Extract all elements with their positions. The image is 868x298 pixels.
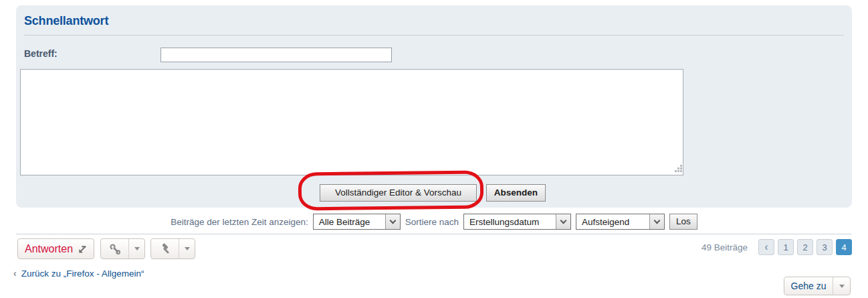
- pagination: ‹ 1 2 3 4: [758, 239, 852, 255]
- full-editor-preview-button[interactable]: Vollständiger Editor & Vorschau: [320, 184, 477, 202]
- subject-label: Betreff:: [24, 48, 58, 59]
- panel-title: Schnellantwort: [24, 14, 108, 28]
- caret-down-icon[interactable]: [128, 239, 144, 258]
- reply-arrow-icon: [77, 244, 87, 254]
- chevron-down-icon: [385, 214, 400, 229]
- caret-down-icon[interactable]: [179, 239, 195, 258]
- post-count-pagination: 49 Beiträge ‹ 1 2 3 4: [701, 238, 852, 256]
- goto-button[interactable]: Gehe zu: [784, 277, 851, 295]
- quick-reply-panel: Schnellantwort Betreff: Vollständiger Ed…: [16, 5, 852, 208]
- topic-tools-button[interactable]: [100, 238, 145, 259]
- pagination-page-3[interactable]: 3: [817, 239, 833, 255]
- pagination-page-2[interactable]: 2: [797, 239, 813, 255]
- sort-bar: Beiträge der letzten Zeit anzeigen: Alle…: [16, 213, 852, 230]
- back-to-forum-link[interactable]: Zurück zu „Firefox - Allgemein“: [21, 269, 144, 279]
- hammer-icon: [151, 239, 179, 258]
- reply-button[interactable]: Antworten: [17, 238, 94, 259]
- goto-button-label: Gehe zu: [784, 281, 833, 291]
- back-link-row: ‹ Zurück zu „Firefox - Allgemein“: [13, 268, 144, 279]
- display-filter-selected: Alle Beiträge: [314, 214, 376, 229]
- chevron-left-icon: ‹: [13, 268, 17, 279]
- chevron-down-icon: [556, 214, 570, 229]
- caret-down-icon[interactable]: [833, 277, 850, 295]
- post-count: 49 Beiträge: [701, 242, 748, 252]
- pagination-prev-button[interactable]: ‹: [758, 239, 774, 255]
- message-textarea[interactable]: [20, 69, 683, 175]
- chevron-down-icon: [649, 214, 664, 229]
- sort-by-label: Sortiere nach: [405, 217, 459, 227]
- pagination-page-4-active[interactable]: 4: [836, 239, 852, 255]
- display-filter-label: Beiträge der letzten Zeit anzeigen:: [171, 217, 308, 227]
- submit-button[interactable]: Absenden: [486, 184, 546, 202]
- sort-field-selected: Erstellungsdatum: [464, 214, 544, 229]
- forum-quick-reply-page: Schnellantwort Betreff: Vollständiger Ed…: [0, 0, 868, 298]
- section-divider: [16, 234, 852, 234]
- subject-input[interactable]: [160, 48, 392, 62]
- go-button[interactable]: Los: [669, 214, 697, 230]
- sort-direction-selected: Aufsteigend: [576, 214, 635, 229]
- wrench-icon: [101, 239, 128, 258]
- sort-field-select[interactable]: Erstellungsdatum: [463, 214, 571, 230]
- sort-direction-select[interactable]: Aufsteigend: [576, 214, 665, 230]
- display-filter-select[interactable]: Alle Beiträge: [313, 214, 401, 230]
- panel-title-divider: [24, 35, 844, 35]
- pagination-page-1[interactable]: 1: [778, 239, 794, 255]
- moderator-tools-button[interactable]: [150, 238, 195, 259]
- reply-button-label: Antworten: [25, 243, 73, 255]
